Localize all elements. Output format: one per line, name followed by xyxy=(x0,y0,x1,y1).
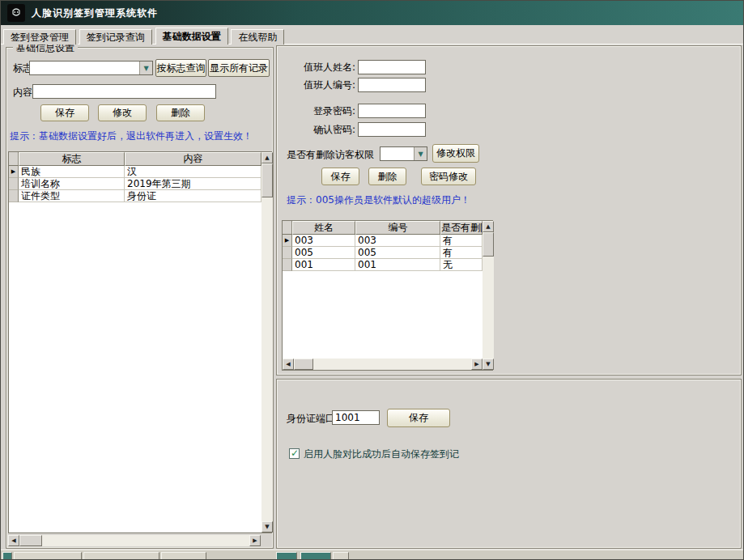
taskbar-item[interactable] xyxy=(276,552,297,560)
cell-id[interactable]: 003 xyxy=(355,235,440,247)
horizontal-scrollbar[interactable]: ◀ ▶ xyxy=(283,358,483,370)
taskbar-item[interactable] xyxy=(14,552,82,560)
duty-name-input[interactable] xyxy=(358,60,426,74)
right-hint-text: 提示：005操作员是软件默认的超级用户！ xyxy=(287,193,470,207)
table-row[interactable]: 001 001 无 xyxy=(283,259,483,271)
id-port-input[interactable] xyxy=(332,410,380,425)
tab-online-help[interactable]: 在线帮助 xyxy=(231,29,284,45)
scrollbar-thumb[interactable] xyxy=(261,163,273,197)
scrollbar-track[interactable] xyxy=(483,257,494,358)
column-header-permission[interactable]: 是否有删除权 xyxy=(440,221,483,235)
query-by-flag-button[interactable]: 按标志查询 xyxy=(155,59,206,77)
operators-table[interactable]: 姓名 编号 是否有删除权 ▶ 003 003 有 005 005 有 xyxy=(282,220,493,371)
column-header-id[interactable]: 编号 xyxy=(355,221,440,235)
taskbar-item[interactable] xyxy=(83,552,159,560)
scroll-right-icon[interactable]: ▶ xyxy=(471,358,483,370)
delete-permission-label: 是否有删除访客权限 xyxy=(287,148,374,162)
cell-permission[interactable]: 有 xyxy=(440,247,483,259)
scrollbar-thumb[interactable] xyxy=(19,535,42,546)
vertical-scrollbar[interactable]: ▲ ▼ xyxy=(483,221,494,370)
taskbar-item[interactable] xyxy=(333,552,349,560)
column-header-flag[interactable]: 标志 xyxy=(19,152,125,166)
cell-flag[interactable]: 民族 xyxy=(19,166,125,178)
vertical-scrollbar[interactable]: ▲ ▼ xyxy=(261,152,273,532)
cell-name[interactable]: 001 xyxy=(292,259,355,271)
row-selector-header xyxy=(283,221,292,235)
modify-permission-button[interactable]: 修改权限 xyxy=(432,144,479,163)
scrollbar-track[interactable] xyxy=(42,535,249,546)
taskbar-start-icon[interactable] xyxy=(2,552,12,560)
delete-button[interactable]: 删除 xyxy=(156,104,205,121)
cell-content[interactable]: 汉 xyxy=(125,166,261,178)
scrollbar-track[interactable] xyxy=(313,358,471,370)
table-header-row: 标志 内容 xyxy=(9,152,261,166)
tab-signin-login[interactable]: 签到登录管理 xyxy=(3,29,76,45)
scrollbar-thumb[interactable] xyxy=(483,232,494,257)
id-port-panel: 身份证端口 保存 启用人脸对比成功后自动保存签到记 xyxy=(276,379,742,549)
scrollbar-track[interactable] xyxy=(261,197,273,521)
confirm-password-input[interactable] xyxy=(358,122,426,137)
cell-name[interactable]: 003 xyxy=(292,235,355,247)
scroll-down-icon[interactable]: ▼ xyxy=(261,521,273,532)
show-all-records-button[interactable]: 显示所有记录 xyxy=(208,59,270,77)
flag-content-table[interactable]: 标志 内容 ▶ 民族 汉 培训名称 2019年第三期 证件类型 身份证 xyxy=(8,151,272,533)
port-save-button[interactable]: 保存 xyxy=(387,409,450,427)
tab-record-query[interactable]: 签到记录查询 xyxy=(79,29,152,45)
auto-save-checkbox-label[interactable]: 启用人脸对比成功后自动保存签到记 xyxy=(304,448,459,461)
flag-combobox[interactable]: ▼ xyxy=(29,61,153,75)
auto-save-checkbox[interactable] xyxy=(289,448,300,459)
login-password-label: 登录密码: xyxy=(277,104,355,118)
cell-permission[interactable]: 有 xyxy=(440,235,483,247)
modify-button[interactable]: 修改 xyxy=(98,104,147,121)
table-empty-area xyxy=(283,271,483,358)
row-selector xyxy=(283,247,292,259)
operator-delete-button[interactable]: 删除 xyxy=(368,168,406,185)
tab-basic-data[interactable]: 基础数据设置 xyxy=(155,28,228,45)
cell-content[interactable]: 身份证 xyxy=(125,190,261,202)
taskbar-item[interactable] xyxy=(161,552,206,560)
table-row[interactable]: ▶ 民族 汉 xyxy=(9,166,261,178)
login-password-input[interactable] xyxy=(358,104,426,118)
cell-content[interactable]: 2019年第三期 xyxy=(125,178,261,190)
duty-name-label: 值班人姓名: xyxy=(277,61,355,74)
table-empty-area xyxy=(9,202,261,532)
row-selector xyxy=(9,190,19,202)
taskbar-item[interactable] xyxy=(300,552,331,560)
taskbar[interactable] xyxy=(1,549,743,560)
titlebar[interactable]: 人脸识别签到管理系统软件 xyxy=(1,1,743,25)
content-input[interactable] xyxy=(32,84,216,99)
save-button[interactable]: 保存 xyxy=(40,104,89,121)
delete-permission-combobox[interactable]: ▼ xyxy=(380,146,427,161)
chevron-down-icon[interactable]: ▼ xyxy=(414,147,427,160)
confirm-password-label: 确认密码: xyxy=(277,123,355,137)
horizontal-scrollbar[interactable]: ◀ ▶ xyxy=(8,535,261,546)
scroll-left-icon[interactable]: ◀ xyxy=(283,358,294,370)
scroll-right-icon[interactable]: ▶ xyxy=(249,535,261,546)
cell-flag[interactable]: 培训名称 xyxy=(19,178,125,190)
change-password-button[interactable]: 密码修改 xyxy=(421,168,476,185)
table-row[interactable]: 005 005 有 xyxy=(283,247,483,259)
column-header-content[interactable]: 内容 xyxy=(125,152,261,166)
chevron-down-icon[interactable]: ▼ xyxy=(139,62,152,74)
tab-bar: 签到登录管理 签到记录查询 基础数据设置 在线帮助 xyxy=(1,28,743,45)
scroll-up-icon[interactable]: ▲ xyxy=(261,152,273,163)
basic-info-group: 基础信息设置 标志 ▼ 按标志查询 显示所有记录 内容 保存 修改 删除 提示：… xyxy=(6,47,274,549)
row-selector xyxy=(283,259,292,271)
duty-id-input[interactable] xyxy=(358,78,426,92)
column-header-name[interactable]: 姓名 xyxy=(292,221,355,235)
scroll-up-icon[interactable]: ▲ xyxy=(483,221,494,232)
scrollbar-thumb[interactable] xyxy=(294,358,313,370)
table-row[interactable]: 培训名称 2019年第三期 xyxy=(9,178,261,190)
cell-id[interactable]: 005 xyxy=(355,247,440,259)
cell-permission[interactable]: 无 xyxy=(440,259,483,271)
cell-name[interactable]: 005 xyxy=(292,247,355,259)
row-selector-header xyxy=(9,152,19,166)
scroll-down-icon[interactable]: ▼ xyxy=(483,358,494,370)
cell-flag[interactable]: 证件类型 xyxy=(19,190,125,202)
table-row[interactable]: ▶ 003 003 有 xyxy=(283,235,483,247)
table-row[interactable]: 证件类型 身份证 xyxy=(9,190,261,202)
operator-save-button[interactable]: 保存 xyxy=(321,168,359,185)
operator-settings-panel: 值班人姓名: 值班人编号: 登录密码: 确认密码: 是否有删除访客权限 ▼ 修改… xyxy=(276,45,742,375)
scroll-left-icon[interactable]: ◀ xyxy=(8,535,19,546)
cell-id[interactable]: 001 xyxy=(355,259,440,271)
